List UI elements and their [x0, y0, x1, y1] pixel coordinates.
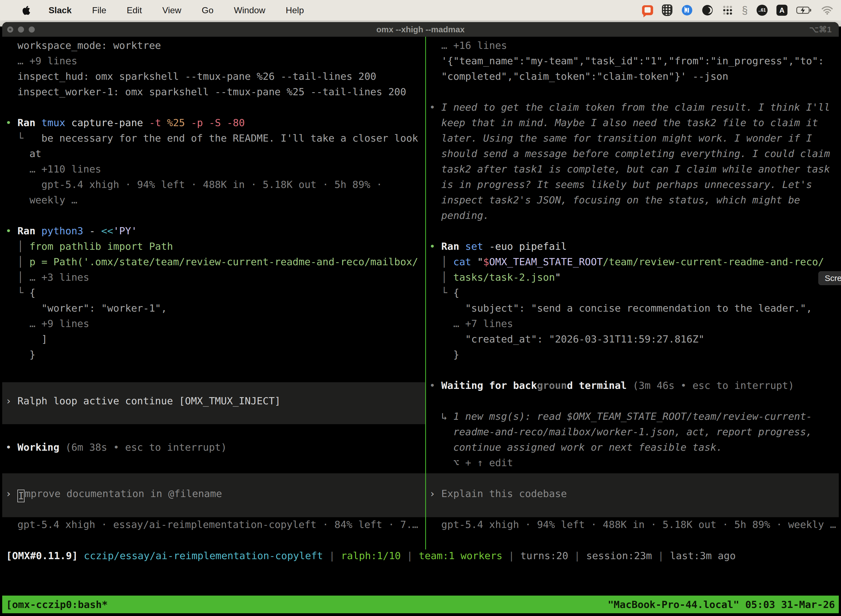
blue-badge-icon[interactable] [681, 4, 693, 16]
menu-item-view[interactable]: View [162, 5, 181, 15]
terminal-line: pending. [429, 208, 839, 223]
terminal-line: › Ralph loop active continue [OMX_TMUX_I… [6, 393, 425, 409]
terminal-line: workspace_mode: worktree [6, 38, 425, 53]
terminal-line [6, 208, 425, 223]
chat-bubble-icon[interactable] [642, 5, 653, 16]
pie-icon[interactable] [702, 4, 713, 16]
terminal-line: … +7 lines [429, 316, 839, 331]
minimize-button[interactable] [18, 26, 24, 32]
menu-item-window[interactable]: Window [234, 5, 265, 15]
terminal-line: │ … +3 lines [6, 270, 425, 285]
terminal-line [429, 502, 839, 517]
terminal-line: inspect task2's JSON, focusing on the st… [429, 192, 839, 208]
terminal-line: inspect_worker-1: omx sparkshell --tmux-… [6, 84, 425, 100]
terminal-line: later. Using the same for transition mig… [429, 131, 839, 146]
terminal-line: • I need to get the claim token from the… [429, 100, 839, 115]
terminal-line: └ { [6, 285, 425, 301]
menu-item-edit[interactable]: Edit [127, 5, 142, 15]
terminal-line: │ p = Path('.omx/state/team/review-curre… [6, 254, 425, 270]
terminal-line: └ be necessary for the end of the README… [6, 131, 425, 146]
tmux-status-bar: [omx-cczip0:bash* "MacBook-Pro-44.local"… [2, 595, 839, 613]
window-controls [7, 22, 35, 37]
terminal-line: at [6, 146, 425, 161]
omx-status-line: [OMX#0.11.9] cczip/essay/ai-reimplementa… [2, 548, 839, 563]
close-button[interactable] [7, 26, 13, 32]
terminal-line [6, 455, 425, 471]
squiggle-icon[interactable]: § [742, 4, 748, 16]
terminal-line: • Ran set -euo pipefail [429, 239, 839, 254]
terminal-line [429, 223, 839, 239]
terminal-pane-right[interactable]: … +16 lines '{"team_name":"my-team","tas… [426, 38, 839, 551]
wifi-icon[interactable] [821, 6, 833, 15]
input-source-icon[interactable]: A [777, 5, 787, 16]
terminal-line: continue assigned work or next feasible … [429, 440, 839, 455]
terminal-line: • Ran tmux capture-pane -t %25 -p -S -80 [6, 115, 425, 131]
terminal-line: weekly … [6, 192, 425, 208]
terminal-line: gpt-5.4 xhigh · 94% left · 488K in · 5.1… [6, 177, 425, 192]
terminal-line [6, 409, 425, 424]
terminal-line: should send a message before completing … [429, 146, 839, 161]
terminal-line: … +9 lines [6, 316, 425, 331]
grid-shield-icon[interactable] [662, 4, 673, 16]
terminal-line: readme-and-reco/mailbox/worker-1.json, a… [429, 424, 839, 440]
terminal-line: } [429, 347, 839, 362]
window-title-bar[interactable]: omx --xhigh --madmax ⌥⌘1 [2, 22, 839, 37]
terminal-line: • Working (6m 38s • esc to interrupt) [6, 440, 425, 455]
terminal-line [6, 100, 425, 115]
menu-item-help[interactable]: Help [286, 5, 304, 15]
terminal-line [6, 471, 425, 486]
window-title: omx --xhigh --madmax [2, 25, 839, 34]
menu-item-file[interactable]: File [92, 5, 107, 15]
terminal-line [6, 378, 425, 393]
battery-charging-icon[interactable] [796, 6, 812, 14]
app-menus: SlackFileEditViewGoWindowHelp [48, 5, 304, 15]
terminal-line: "subject": "send a concise recommendatio… [429, 301, 839, 316]
terminal-line [6, 424, 425, 440]
terminal-line: … +16 lines [429, 38, 839, 53]
tmux-host-clock: "MacBook-Pro-44.local" 05:03 31-Mar-26 [608, 599, 835, 610]
terminal-line: • Waiting for background terminal (3m 46… [429, 378, 839, 393]
terminal-line: › Explain this codebase [429, 486, 839, 502]
terminal-line: } [6, 347, 425, 362]
terminal-line: │ cat "$OMX_TEAM_STATE_ROOT/team/review-… [429, 254, 839, 270]
terminal-line [429, 393, 839, 409]
apple-logo [22, 5, 30, 15]
terminal-window: omx --xhigh --madmax ⌥⌘1 workspace_mode:… [2, 22, 839, 616]
dots-grid-icon[interactable] [722, 5, 733, 16]
menu-item-slack[interactable]: Slack [48, 5, 72, 15]
terminal-line: ] [6, 331, 425, 347]
terminal-line [6, 502, 425, 517]
status-tray: § ..61 A [642, 4, 833, 16]
terminal-line: › Improve documentation in @filename [6, 486, 425, 502]
terminal-line [6, 362, 425, 378]
menu-bar: SlackFileEditViewGoWindowHelp § ..61 A [0, 0, 841, 21]
tmux-session-label: [omx-cczip0:bash* [6, 599, 108, 610]
tooltip-text: Scre [825, 273, 841, 283]
terminal-line: ⌥ + ↑ edit [429, 455, 839, 471]
terminal-line [429, 471, 839, 486]
terminal-line: └ { [429, 285, 839, 301]
count-badge-icon[interactable]: ..61 [757, 5, 768, 16]
apple-menu-icon[interactable] [22, 5, 31, 16]
screen-tooltip: Scre [818, 271, 841, 285]
terminal-line: ↳ 1 new msg(s): read $OMX_TEAM_STATE_ROO… [429, 409, 839, 424]
terminal-line: '{"team_name":"my-team","task_id":"1","f… [429, 53, 839, 69]
terminal-line: … +9 lines [6, 53, 425, 69]
terminal-line: gpt-5.4 xhigh · 94% left · 488K in · 5.1… [429, 517, 839, 532]
menu-item-go[interactable]: Go [202, 5, 214, 15]
zoom-button[interactable] [29, 26, 35, 32]
terminal-line [429, 362, 839, 378]
terminal-line: gpt-5.4 xhigh · essay/ai-reimplementatio… [6, 517, 425, 532]
terminal-line: • Ran python3 - <<'PY' [6, 223, 425, 239]
terminal-line: is in progress? It seems likely but perh… [429, 177, 839, 192]
terminal-line: … +110 lines [6, 161, 425, 177]
terminal-line: │ from pathlib import Path [6, 239, 425, 254]
terminal-line: │ tasks/task-2.json" [429, 270, 839, 285]
terminal-line: inspect_hud: omx sparkshell --tmux-pane … [6, 69, 425, 84]
terminal-line [429, 84, 839, 100]
terminal-line: "completed","claim_token":"claim-token"}… [429, 69, 839, 84]
pane-divider[interactable] [425, 37, 426, 550]
terminal-cursor: I [18, 490, 25, 502]
terminal-line: "created_at": "2026-03-31T11:59:27.816Z" [429, 331, 839, 347]
terminal-pane-left[interactable]: workspace_mode: worktree … +9 lines insp… [2, 38, 425, 551]
